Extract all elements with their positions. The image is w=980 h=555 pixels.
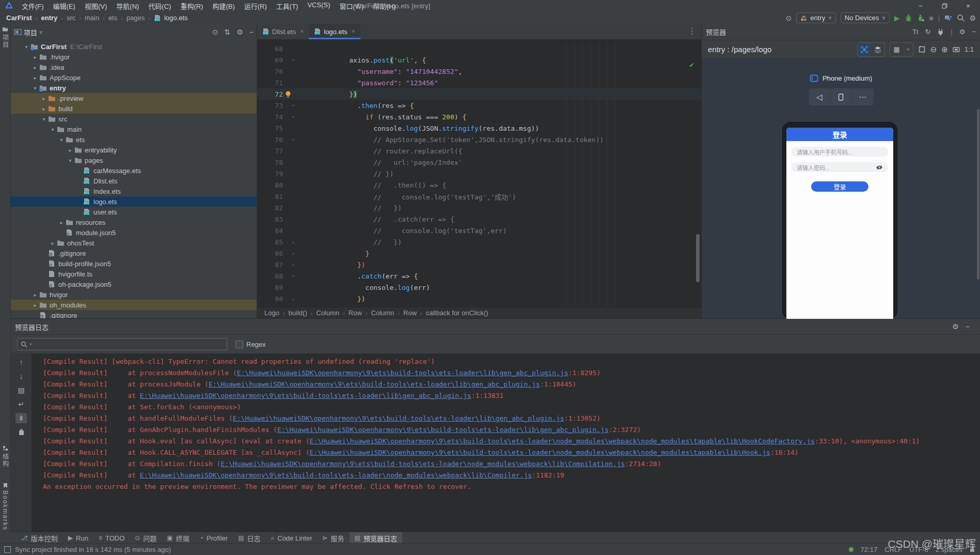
- editor-breadcrumb-item[interactable]: Column: [371, 309, 394, 317]
- layers-toggle[interactable]: [871, 43, 884, 56]
- log-file-link[interactable]: E:\Huawei\huaweiSDK\openharmony\9\ets\bu…: [220, 460, 625, 468]
- minimize-button[interactable]: −: [909, 0, 932, 12]
- tree-chevron-icon[interactable]: ▾: [57, 137, 66, 143]
- code-editor[interactable]: 6869▿ axios.post('url', {70 "username": …: [257, 40, 701, 307]
- log-softwrap-icon[interactable]: ↵: [15, 399, 27, 409]
- breadcrumb-item[interactable]: ets: [108, 14, 117, 22]
- device-selector[interactable]: No Devices ▾: [841, 12, 890, 23]
- grid-view-button[interactable]: ▦: [890, 43, 904, 56]
- log-down-icon[interactable]: ↓: [15, 371, 27, 381]
- menu-item-8[interactable]: 工具(T): [272, 1, 303, 11]
- preview-more-button[interactable]: ⋯: [852, 88, 873, 105]
- fold-marker-icon[interactable]: ▿: [285, 57, 302, 63]
- restore-button[interactable]: [932, 0, 956, 12]
- sidebar-tab-project[interactable]: 项目: [0, 27, 10, 49]
- editor-scrollbar[interactable]: [696, 234, 700, 282]
- tree-item-ets[interactable]: ▾ets: [11, 134, 257, 145]
- zoom-in-icon[interactable]: ⊕: [941, 45, 948, 54]
- log-settings-icon[interactable]: ⚙: [952, 322, 959, 331]
- zoom-out-icon[interactable]: ⊖: [930, 45, 937, 54]
- menu-item-7[interactable]: 运行(R): [240, 1, 272, 11]
- menu-item-4[interactable]: 代码(C): [144, 1, 176, 11]
- tree-item-.gitignore[interactable]: .gitignore: [11, 310, 257, 318]
- menu-item-3[interactable]: 导航(N): [112, 1, 144, 11]
- fit-screen-icon[interactable]: [953, 46, 960, 53]
- fold-marker-icon[interactable]: ▵: [285, 239, 302, 244]
- log-file-link[interactable]: E:\Huawei\huaweiSDK\openharmony\9\ets\bu…: [310, 437, 815, 445]
- tree-item-.hvigor[interactable]: ▸.hvigor: [11, 52, 257, 62]
- breadcrumb-item[interactable]: pages: [127, 14, 145, 22]
- menu-item-1[interactable]: 编辑(E): [49, 1, 80, 11]
- toolwindow-button-问题[interactable]: ⊙问题: [130, 532, 162, 544]
- log-copy-icon[interactable]: ▤: [15, 385, 27, 395]
- tree-item-pages[interactable]: ▾pages: [11, 155, 257, 165]
- menu-item-9[interactable]: VCS(S): [303, 1, 335, 11]
- breadcrumb-item[interactable]: src: [67, 14, 75, 22]
- refresh-icon[interactable]: ↻: [925, 28, 930, 36]
- log-file-link[interactable]: E:\Huawei\huaweiSDK\openharmony\9\ets\bu…: [140, 471, 532, 479]
- tree-chevron-icon[interactable]: ▾: [40, 116, 48, 122]
- tree-chevron-icon[interactable]: ▸: [31, 292, 39, 298]
- breadcrumb-item[interactable]: main: [85, 14, 99, 22]
- tab-list-more-icon[interactable]: ⋮: [688, 26, 696, 36]
- tree-item-entry[interactable]: ▾entry: [11, 83, 257, 93]
- tree-item-oh_modules[interactable]: ▸oh_modules: [11, 300, 257, 310]
- run-button[interactable]: ▶: [894, 14, 900, 22]
- tree-item-build[interactable]: ▸build: [11, 103, 257, 114]
- log-file-link[interactable]: E:\Huawei\huaweiSDK\openharmony\9\ets\bu…: [209, 380, 540, 388]
- tree-item-hvigorfile.ts[interactable]: hvigorfile.ts: [11, 269, 257, 279]
- collapse-all-icon[interactable]: ⇅: [225, 28, 231, 36]
- log-clear-icon[interactable]: [15, 427, 27, 437]
- toolwindow-button-版本控制[interactable]: ⎇版本控制: [15, 532, 63, 544]
- font-size-icon[interactable]: Tt: [912, 28, 919, 36]
- plug-icon[interactable]: [937, 28, 944, 36]
- breadcrumb-file[interactable]: logo.ets: [164, 14, 188, 22]
- tree-item-user.ets[interactable]: ETSuser.ets: [11, 207, 257, 217]
- previewer-scrollbar[interactable]: [977, 109, 979, 280]
- editor-breadcrumb-item[interactable]: Logo: [264, 309, 279, 317]
- tree-item-.preview[interactable]: ▸.preview: [11, 93, 257, 103]
- editor-breadcrumb-item[interactable]: build(): [289, 309, 307, 317]
- caret-position[interactable]: 72:17: [861, 546, 878, 553]
- tree-item-hvigor[interactable]: ▸hvigor: [11, 289, 257, 300]
- settings-sync-icon[interactable]: ⊙: [786, 14, 792, 22]
- tree-chevron-icon[interactable]: ▸: [57, 220, 66, 225]
- tree-item-src[interactable]: ▾src: [11, 114, 257, 124]
- attach-debugger-button[interactable]: [917, 14, 925, 22]
- tree-chevron-icon[interactable]: ▸: [31, 75, 39, 81]
- regex-option[interactable]: Regex: [235, 341, 266, 348]
- device-manager-icon[interactable]: [944, 14, 952, 22]
- close-button[interactable]: ×: [956, 0, 980, 12]
- log-file-link[interactable]: E:\Huawei\huaweiSDK\openharmony\9\ets\bu…: [310, 449, 770, 456]
- toolwindow-button-Profiler[interactable]: ◔Profiler: [195, 532, 233, 544]
- tree-item-build-profile.json5[interactable]: 5build-profile.json5: [11, 258, 257, 269]
- locate-file-icon[interactable]: ⊙: [212, 28, 218, 36]
- panel-options-icon[interactable]: ⚙: [236, 28, 243, 36]
- debug-button[interactable]: [905, 14, 912, 22]
- toolwindow-button-Code Linter[interactable]: ⌕Code Linter: [266, 532, 318, 544]
- tree-chevron-icon[interactable]: ▾: [49, 127, 57, 132]
- tree-item-AppScope[interactable]: ▸AppScope: [11, 72, 257, 83]
- editor-tab-Dlist.ets[interactable]: ETSDlist.ets×: [257, 24, 309, 39]
- hide-panel-icon[interactable]: −: [249, 28, 254, 36]
- log-search-box[interactable]: ▾: [17, 338, 227, 350]
- tree-chevron-icon[interactable]: ▾: [66, 158, 74, 163]
- event-log-icon[interactable]: [4, 546, 11, 553]
- hide-log-icon[interactable]: −: [966, 322, 970, 331]
- log-up-icon[interactable]: ↑: [15, 357, 27, 367]
- toolwindow-button-终端[interactable]: ▣终端: [162, 532, 194, 544]
- editor-breadcrumb-item[interactable]: Row: [349, 309, 362, 317]
- log-scroll-to-end-icon[interactable]: ⇟: [15, 413, 27, 423]
- editor-breadcrumb-item[interactable]: callback for onClick(): [426, 309, 488, 317]
- fold-marker-icon[interactable]: ▵: [285, 262, 302, 267]
- chevron-down-icon[interactable]: ▾: [39, 28, 43, 36]
- menu-item-6[interactable]: 构建(B): [208, 1, 239, 11]
- log-file-link[interactable]: E:\Huawei\huaweiSDK\openharmony\9\ets\bu…: [237, 369, 568, 377]
- actual-size-button[interactable]: 1:1: [965, 45, 974, 53]
- tree-item-Index.ets[interactable]: ETSIndex.ets: [11, 186, 257, 196]
- tree-item-main[interactable]: ▾main: [11, 124, 257, 134]
- search-history-caret[interactable]: ▾: [29, 342, 32, 347]
- editor-tab-logo.ets[interactable]: ETSlogo.ets×: [309, 24, 360, 39]
- preview-back-button[interactable]: ◁: [809, 88, 830, 105]
- log-file-link[interactable]: E:\Huawei\huaweiSDK\openharmony\9\ets\bu…: [140, 392, 471, 399]
